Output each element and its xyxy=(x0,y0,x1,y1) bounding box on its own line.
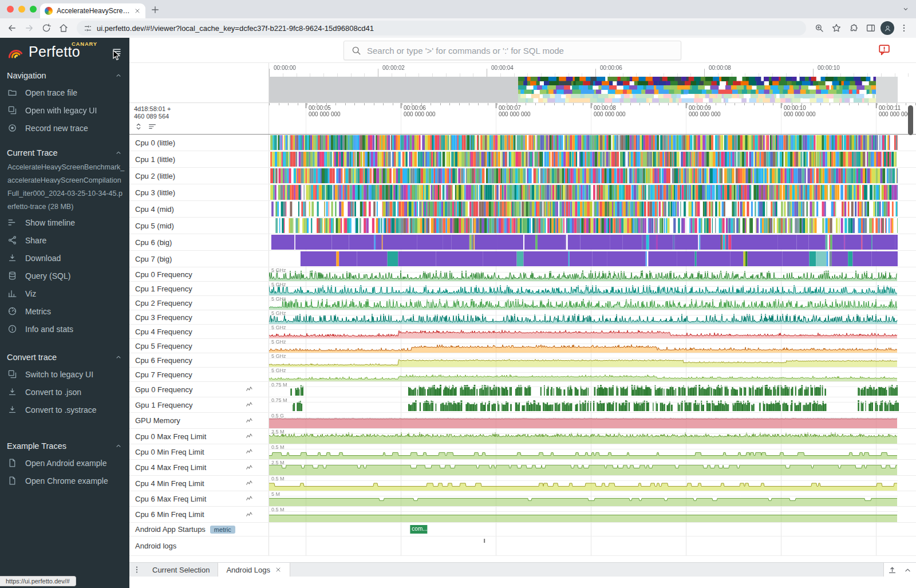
sidebar-item-show-timeline[interactable]: Show timeline xyxy=(0,214,129,231)
track-shelf[interactable]: Cpu 2 (little) xyxy=(129,168,269,184)
track-shelf[interactable]: Cpu 6 Max Freq Limit xyxy=(129,491,269,506)
track-row-cpu-3-frequency[interactable]: Cpu 3 Frequency xyxy=(129,310,916,325)
zoom-window-button[interactable] xyxy=(30,6,37,13)
track-row-cpu-5-mid[interactable]: Cpu 5 (mid) xyxy=(129,218,916,234)
sidebar-item-open-android-example[interactable]: Open Android example xyxy=(0,454,129,472)
track-row-cpu-0-min-freq-limit[interactable]: Cpu 0 Min Freq Limit xyxy=(129,444,916,460)
track-shelf[interactable]: Cpu 3 Frequency xyxy=(129,310,269,324)
tab-search-icon[interactable] xyxy=(901,5,910,14)
track-shelf[interactable]: Gpu 1 Frequency xyxy=(129,397,269,412)
close-window-button[interactable] xyxy=(7,6,14,13)
section-header-navigation[interactable]: Navigation xyxy=(0,68,129,84)
track-canvas[interactable] xyxy=(269,523,916,536)
track-shelf[interactable]: Cpu 4 Min Freq Limit xyxy=(129,476,269,491)
track-row-cpu-4-min-freq-limit[interactable]: Cpu 4 Min Freq Limit xyxy=(129,476,916,491)
track-canvas[interactable] xyxy=(269,353,916,367)
sidebar-item-open-with-legacy-ui[interactable]: Open with legacy UI xyxy=(0,101,129,119)
track-shelf[interactable]: Cpu 4 Max Freq Limit xyxy=(129,460,269,475)
zoom-button[interactable] xyxy=(812,21,827,35)
track-row-gpu-0-frequency[interactable]: Gpu 0 Frequency xyxy=(129,382,916,397)
track-canvas[interactable] xyxy=(269,397,916,412)
track-canvas[interactable] xyxy=(269,135,916,151)
track-row-gpu-1-frequency[interactable]: Gpu 1 Frequency xyxy=(129,397,916,413)
address-bar[interactable]: ui.perfetto.dev/#!/viewer?local_cache_ke… xyxy=(77,21,806,35)
sidebar-item-convert-to-json[interactable]: Convert to .json xyxy=(0,383,129,401)
close-tab-icon[interactable] xyxy=(275,566,282,573)
track-shelf[interactable]: Gpu 0 Frequency xyxy=(129,382,269,397)
track-shelf[interactable]: Cpu 4 (mid) xyxy=(129,201,269,217)
track-canvas[interactable] xyxy=(269,368,916,381)
track-canvas[interactable] xyxy=(269,460,916,475)
track-shelf[interactable]: Cpu 0 Frequency xyxy=(129,267,269,281)
track-canvas[interactable] xyxy=(269,536,916,555)
track-canvas[interactable] xyxy=(269,218,916,234)
track-shelf[interactable]: Cpu 0 Min Freq Limit xyxy=(129,444,269,459)
track-canvas[interactable] xyxy=(269,296,916,310)
track-row-cpu-6-big[interactable]: Cpu 6 (big) xyxy=(129,234,916,251)
search-input[interactable] xyxy=(367,46,674,56)
sidebar-item-info-and-stats[interactable]: Info and stats xyxy=(0,320,129,338)
track-row-cpu-4-mid[interactable]: Cpu 4 (mid) xyxy=(129,201,916,218)
details-menu-button[interactable] xyxy=(129,563,144,577)
track-shelf[interactable]: Cpu 7 Frequency xyxy=(129,368,269,381)
track-row-android-app-startups[interactable]: Android App Startupsmetric xyxy=(129,523,916,536)
tune-icon[interactable] xyxy=(84,24,92,33)
track-row-cpu-5-frequency[interactable]: Cpu 5 Frequency xyxy=(129,339,916,353)
track-shelf[interactable]: Cpu 6 Frequency xyxy=(129,353,269,367)
sidebar-item-download[interactable]: Download xyxy=(0,249,129,267)
track-canvas[interactable] xyxy=(269,168,916,184)
sidebar-item-query-sql[interactable]: Query (SQL) xyxy=(0,267,129,285)
track-row-cpu-2-frequency[interactable]: Cpu 2 Frequency xyxy=(129,296,916,310)
new-tab-button[interactable] xyxy=(150,5,160,15)
track-shelf[interactable]: Cpu 7 (big) xyxy=(129,251,269,267)
sidebar-item-record-new-trace[interactable]: Record new trace xyxy=(0,119,129,137)
chevron-up-icon[interactable] xyxy=(903,565,913,575)
track-canvas[interactable] xyxy=(269,507,916,522)
track-shelf[interactable]: Cpu 5 (mid) xyxy=(129,218,269,234)
section-header-current-trace[interactable]: Current Trace xyxy=(0,145,129,161)
bookmark-button[interactable] xyxy=(829,21,844,35)
browser-menu-button[interactable] xyxy=(897,21,911,35)
vertical-scrollbar-thumb[interactable] xyxy=(908,105,913,135)
track-canvas[interactable] xyxy=(269,444,916,459)
track-canvas[interactable] xyxy=(269,325,916,338)
details-tab-android-logs[interactable]: Android Logs xyxy=(218,563,290,577)
track-row-cpu-3-little[interactable]: Cpu 3 (little) xyxy=(129,184,916,201)
report-bug-button[interactable] xyxy=(878,44,891,56)
details-tab-current-selection[interactable]: Current Selection xyxy=(144,563,218,577)
track-row-cpu-7-frequency[interactable]: Cpu 7 Frequency xyxy=(129,368,916,382)
track-shelf[interactable]: Cpu 6 Min Freq Limit xyxy=(129,507,269,522)
track-row-cpu-1-little[interactable]: Cpu 1 (little) xyxy=(129,151,916,168)
track-canvas[interactable] xyxy=(269,184,916,200)
track-row-cpu-6-min-freq-limit[interactable]: Cpu 6 Min Freq Limit xyxy=(129,507,916,523)
track-shelf[interactable]: GPU Memory xyxy=(129,413,269,428)
track-canvas[interactable] xyxy=(269,234,916,250)
track-shelf[interactable]: Android logs xyxy=(129,536,269,555)
track-row-cpu-7-big[interactable]: Cpu 7 (big) xyxy=(129,251,916,267)
track-row-cpu-6-max-freq-limit[interactable]: Cpu 6 Max Freq Limit xyxy=(129,491,916,507)
sidebar-item-share[interactable]: Share xyxy=(0,231,129,249)
track-row-cpu-1-frequency[interactable]: Cpu 1 Frequency xyxy=(129,282,916,296)
track-canvas[interactable] xyxy=(269,201,916,217)
ruler-canvas[interactable] xyxy=(269,103,916,134)
track-row-cpu-0-frequency[interactable]: Cpu 0 Frequency xyxy=(129,267,916,282)
track-shelf[interactable]: Cpu 6 (big) xyxy=(129,234,269,250)
track-row-cpu-0-max-freq-limit[interactable]: Cpu 0 Max Freq Limit xyxy=(129,429,916,444)
track-canvas[interactable] xyxy=(269,413,916,428)
sidebar-item-open-chrome-example[interactable]: Open Chrome example xyxy=(0,472,129,490)
track-canvas[interactable] xyxy=(269,251,916,267)
track-canvas[interactable] xyxy=(269,429,916,444)
side-panel-button[interactable] xyxy=(863,21,878,35)
section-header-convert-trace[interactable]: Convert trace xyxy=(0,349,129,365)
section-header-example-traces[interactable]: Example Traces xyxy=(0,438,129,454)
browser-tab[interactable]: AccelerateHeavyScreenBenc xyxy=(40,3,145,18)
track-shelf[interactable]: Cpu 0 Max Freq Limit xyxy=(129,429,269,444)
track-shelf[interactable]: Cpu 1 Frequency xyxy=(129,282,269,295)
track-row-cpu-4-frequency[interactable]: Cpu 4 Frequency xyxy=(129,325,916,339)
track-row-cpu-2-little[interactable]: Cpu 2 (little) xyxy=(129,168,916,184)
track-shelf[interactable]: Cpu 1 (little) xyxy=(129,151,269,167)
expand-panel-icon[interactable] xyxy=(887,565,897,575)
home-button[interactable] xyxy=(56,21,71,35)
profile-avatar[interactable] xyxy=(881,21,894,35)
forward-button[interactable] xyxy=(22,21,37,35)
